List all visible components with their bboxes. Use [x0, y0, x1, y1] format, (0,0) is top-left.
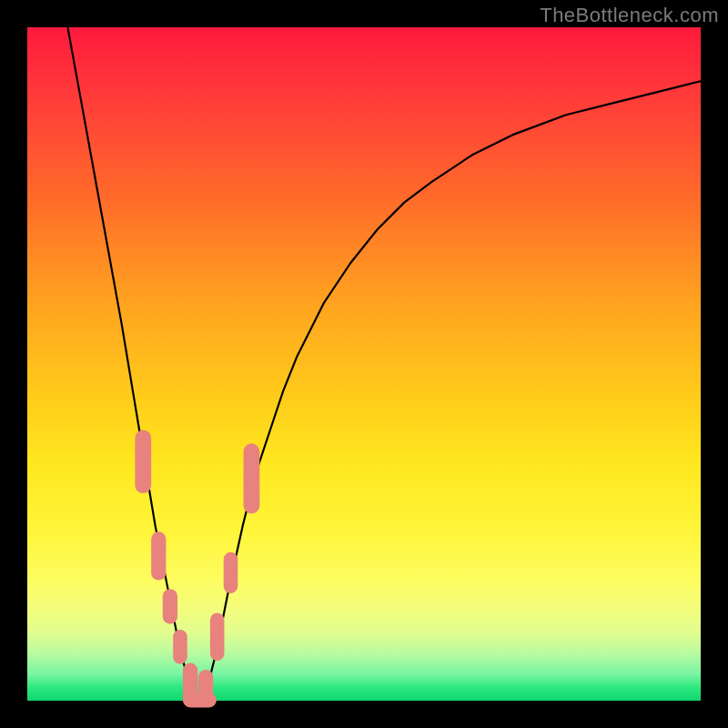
data-marker	[210, 612, 225, 661]
chart-svg	[27, 27, 701, 701]
data-marker	[244, 443, 260, 513]
data-marker	[173, 630, 187, 664]
bottleneck-curve	[67, 27, 198, 700]
data-marker	[183, 693, 217, 707]
bottleneck-curve	[199, 81, 701, 699]
chart-curves	[67, 27, 701, 700]
watermark-text: TheBottleneck.com	[540, 4, 719, 27]
data-marker	[163, 589, 177, 623]
data-marker	[224, 552, 238, 593]
chart-frame: TheBottleneck.com	[0, 0, 728, 728]
data-marker	[135, 430, 151, 494]
plot-area	[27, 27, 701, 701]
chart-markers	[135, 430, 259, 708]
data-marker	[151, 531, 166, 580]
